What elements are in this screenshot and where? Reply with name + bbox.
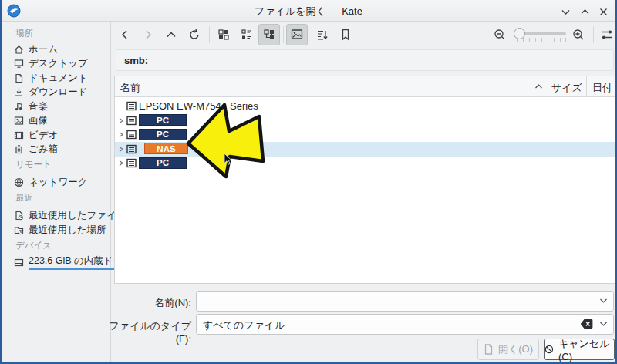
maximize-button[interactable] [578, 5, 592, 19]
sidebar-item-downloads[interactable]: ダウンロード [14, 86, 87, 99]
column-header-date[interactable]: 日付 [592, 81, 612, 95]
file-type-combo[interactable]: すべてのファイル [196, 314, 614, 335]
tree-view-button[interactable] [258, 24, 280, 46]
sidebar-item-documents[interactable]: ドキュメント [14, 71, 88, 85]
column-separator [586, 76, 587, 97]
music-icon [14, 102, 24, 112]
cancel-button-label: キャンセル(C) [558, 337, 614, 362]
download-icon [14, 87, 24, 97]
up-button[interactable] [160, 24, 182, 46]
expand-chevron-icon[interactable] [118, 160, 124, 167]
column-header-name[interactable]: 名前 [120, 81, 140, 95]
section-places: 場所 [15, 28, 33, 39]
chevron-down-icon[interactable] [599, 321, 608, 327]
file-row-pc-3[interactable]: PC [115, 156, 615, 170]
redaction-box: NAS [144, 143, 188, 154]
refresh-button[interactable] [184, 24, 205, 46]
file-row-nas[interactable]: NAS [115, 142, 615, 157]
server-icon [126, 144, 137, 154]
file-type-value: すべてのファイル [203, 318, 285, 332]
minimize-button[interactable] [558, 5, 572, 19]
slider-tick [548, 38, 548, 42]
slider-tick [565, 38, 566, 42]
zoom-out-button[interactable] [489, 24, 511, 46]
toolbar-separator [209, 26, 210, 43]
open-button[interactable]: 開く(O) [477, 339, 539, 360]
redaction-box: PC [139, 157, 187, 169]
sidebar-item-recent-files[interactable]: 最近使用したファイル [14, 208, 126, 222]
server-icon [126, 101, 137, 111]
trash-icon [14, 144, 24, 154]
list-header: 名前 サイズ 日付 [115, 76, 615, 97]
expand-chevron-icon[interactable] [118, 117, 124, 124]
toolbar-separator [283, 26, 284, 43]
sort-button[interactable] [312, 24, 333, 46]
toolbar [112, 22, 615, 48]
clear-backspace-icon[interactable] [580, 318, 593, 329]
sidebar-item-music[interactable]: 音楽 [14, 99, 48, 113]
cancel-icon [545, 344, 554, 355]
sidebar-item-videos[interactable]: ビデオ [14, 128, 58, 142]
sidebar-item-label: ごみ箱 [29, 143, 58, 156]
sidebar-item-label: ビデオ [29, 129, 58, 142]
network-icon [14, 177, 24, 187]
open-file-icon [484, 344, 494, 355]
name-input[interactable] [201, 292, 596, 310]
sidebar-item-desktop[interactable]: デスクトップ [14, 57, 88, 71]
file-name: EPSON EW-M754T Series [139, 100, 258, 112]
sidebar-item-home[interactable]: ホーム [14, 42, 58, 56]
options-button[interactable] [596, 24, 617, 46]
sidebar-item-label: 最近使用したファイル [29, 209, 126, 222]
cancel-button[interactable]: キャンセル(C) [544, 339, 615, 360]
file-row-epson[interactable]: EPSON EW-M754T Series [115, 99, 615, 113]
home-icon [14, 45, 24, 55]
drive-icon [14, 258, 24, 268]
bookmark-button[interactable] [335, 24, 356, 46]
sidebar-item-pictures[interactable]: 画像 [14, 114, 48, 128]
detail-view-button[interactable] [236, 24, 258, 46]
name-field-label: 名前(N): [108, 296, 191, 310]
sidebar-item-label: ダウンロード [29, 86, 87, 99]
file-row-pc-1[interactable]: PC [115, 113, 615, 128]
video-icon [14, 130, 24, 140]
icon-view-button[interactable] [213, 24, 234, 46]
section-devices: デバイス [15, 240, 52, 251]
back-button[interactable] [114, 24, 136, 46]
chevron-down-icon[interactable] [599, 298, 608, 304]
sidebar-item-label: デスクトップ [29, 57, 88, 70]
type-field-label: ファイルのタイプ(F): [108, 319, 191, 345]
location-path: smb: [124, 55, 148, 66]
sidebar-item-network[interactable]: ネットワーク [14, 175, 87, 189]
slider-tick [535, 38, 536, 42]
column-header-size[interactable]: サイズ [551, 81, 582, 95]
file-list: 名前 サイズ 日付 EPSON EW-M754T Series [114, 76, 615, 284]
server-icon [126, 158, 137, 168]
zoom-in-button[interactable] [568, 24, 589, 46]
sidebar-item-label: ホーム [29, 43, 58, 56]
file-row-pc-2[interactable]: PC [115, 127, 615, 142]
sidebar-item-label: ネットワーク [29, 176, 87, 189]
desktop-icon [14, 59, 24, 69]
name-field[interactable] [196, 291, 614, 312]
redaction-box: PC [139, 129, 187, 140]
expand-chevron-icon[interactable] [118, 103, 124, 110]
zoom-slider-handle[interactable] [514, 28, 525, 39]
titlebar[interactable]: ファイルを開く — Kate [2, 0, 615, 22]
recent-file-icon [14, 211, 24, 221]
close-button[interactable] [596, 5, 610, 19]
slider-tick [541, 38, 542, 42]
redaction-box: PC [139, 114, 187, 126]
image-icon [14, 116, 24, 126]
expand-chevron-icon[interactable] [118, 131, 124, 138]
sidebar-item-label: ドキュメント [29, 72, 88, 85]
slider-tick [523, 38, 524, 42]
sidebar-item-trash[interactable]: ごみ箱 [14, 143, 58, 157]
section-remote: リモート [15, 159, 52, 170]
sidebar-item-recent-places[interactable]: 最近使用した場所 [14, 223, 106, 237]
forward-button[interactable] [137, 24, 159, 46]
expand-chevron-icon[interactable] [118, 146, 124, 153]
preview-button[interactable] [286, 24, 308, 46]
document-icon [14, 73, 24, 83]
location-breadcrumb[interactable]: smb: [116, 49, 614, 71]
sidebar-item-label: 画像 [29, 114, 48, 127]
